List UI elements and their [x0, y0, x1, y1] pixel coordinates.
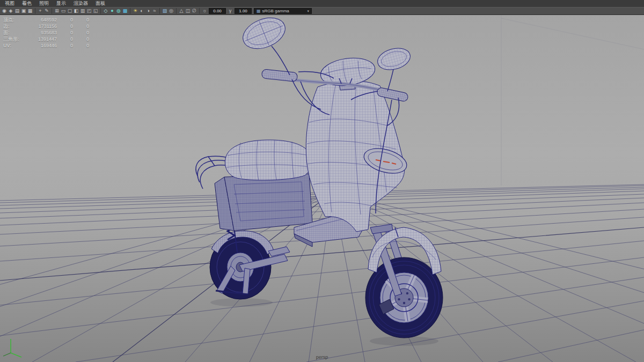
mirror-left — [238, 15, 290, 54]
hud-label: 面: — [3, 29, 27, 36]
depth-of-field-icon[interactable]: ◎ — [168, 8, 174, 14]
mirror-right — [375, 45, 413, 73]
hud-value: 169446 — [27, 42, 57, 49]
hud-value: 1391447 — [27, 36, 57, 42]
toolbar-separator — [130, 8, 130, 14]
menu-shading[interactable]: 着色 — [18, 0, 35, 7]
camera-name-label: persp — [0, 354, 644, 360]
hud-uvs: UV: 169446 0 0 — [3, 42, 89, 49]
hud-label: 边: — [3, 23, 27, 29]
shadows-icon[interactable]: ◐ — [138, 8, 145, 14]
panel-menu-bar: 视图 着色 照明 显示 渲染器 面板 — [0, 0, 644, 7]
isolate-select-icon[interactable]: △ — [178, 8, 185, 14]
camera-attributes-icon[interactable]: ▤ — [14, 8, 20, 14]
xray-icon[interactable]: ◫ — [185, 8, 191, 14]
resolution-gate-icon[interactable]: ▢ — [67, 8, 73, 14]
hud-triangles: 三角形: 1391447 0 0 — [3, 36, 89, 42]
hud-col3: 0 — [73, 23, 89, 29]
safe-action-icon[interactable]: ◰ — [86, 8, 92, 14]
toolbar-separator — [100, 8, 101, 14]
smooth-shade-icon[interactable]: ● — [109, 8, 115, 14]
exposure-icon[interactable]: ☼ — [201, 8, 208, 14]
textured-icon[interactable]: ▩ — [122, 8, 128, 14]
hud-col3: 0 — [73, 42, 89, 49]
hud-label: 顶点: — [3, 17, 27, 23]
hud-col3: 0 — [73, 36, 89, 42]
motion-blur-icon[interactable]: ≈ — [151, 8, 158, 14]
field-chart-icon[interactable]: ▥ — [79, 8, 86, 14]
menu-view[interactable]: 视图 — [1, 0, 18, 7]
gamma-field[interactable]: 1.00 — [235, 8, 252, 14]
ground-grid — [0, 184, 644, 362]
menu-panels[interactable]: 面板 — [92, 0, 109, 7]
toolbar-separator — [35, 8, 35, 14]
wireframe-on-shaded-icon[interactable]: ◍ — [115, 8, 122, 14]
gamma-icon[interactable]: γ — [227, 8, 233, 14]
hud-value: 935683 — [27, 29, 57, 36]
hud-col2: 0 — [57, 23, 73, 29]
hud-col2: 0 — [57, 42, 73, 49]
grid-toggle-icon[interactable]: ⊞ — [54, 8, 60, 14]
wireframe-icon[interactable]: ◇ — [103, 8, 109, 14]
view-transform-swatch-icon: ▦ — [257, 9, 261, 13]
toolbar-separator — [159, 8, 160, 14]
screen-space-ao-icon[interactable]: ◑ — [145, 8, 151, 14]
battery-box — [215, 174, 312, 231]
hud-col2: 0 — [57, 29, 73, 36]
scooter-model[interactable] — [196, 15, 443, 338]
chevron-down-icon: ▾ — [307, 9, 309, 13]
viewport[interactable]: 顶点: 648592 0 0 边: 1731156 0 0 面: 935683 … — [0, 15, 644, 362]
select-camera-icon[interactable]: ◉ — [1, 8, 8, 14]
bookmark-icon[interactable]: ▣ — [20, 8, 27, 14]
menu-show[interactable]: 显示 — [53, 0, 70, 7]
hud-col2: 0 — [57, 17, 73, 23]
hud-value: 1731156 — [27, 23, 57, 29]
far-grid-lines — [501, 15, 644, 186]
view-transform-value: sRGB gamma — [262, 9, 289, 13]
hud-value: 648592 — [27, 17, 57, 23]
gate-mask-icon[interactable]: ◧ — [73, 8, 79, 14]
hud-edges: 边: 1731156 0 0 — [3, 23, 89, 29]
film-gate-icon[interactable]: ▭ — [60, 8, 67, 14]
hud-faces: 面: 935683 0 0 — [3, 29, 89, 36]
seat-cushion — [225, 140, 311, 180]
mirror-stalk-right — [387, 67, 394, 91]
hud-col3: 0 — [73, 29, 89, 36]
viewport-canvas[interactable] — [0, 15, 644, 362]
grease-pencil-icon[interactable]: ✎ — [43, 8, 50, 14]
hud-col3: 0 — [73, 17, 89, 23]
view-transform-dropdown[interactable]: ▦ sRGB gamma ▾ — [254, 8, 312, 14]
hud-label: 三角形: — [3, 36, 27, 42]
antialiasing-icon[interactable]: ▨ — [162, 8, 168, 14]
hud-label: UV: — [3, 42, 27, 49]
maya-viewport-window: 视图 着色 照明 显示 渲染器 面板 ◉◈▤▣▦ +✎ ⊞▭▢◧▥◰◱ ◇●◍▩… — [0, 0, 644, 362]
menu-lighting[interactable]: 照明 — [35, 0, 53, 7]
use-all-lights-icon[interactable]: ☀ — [132, 8, 138, 14]
menu-renderer[interactable]: 渲染器 — [70, 0, 92, 7]
xray-joints-icon[interactable]: ∅ — [191, 8, 197, 14]
toolbar-separator — [52, 8, 52, 14]
toolbar-separator — [199, 8, 200, 14]
toolbar-separator — [176, 8, 177, 14]
poly-count-hud: 顶点: 648592 0 0 边: 1731156 0 0 面: 935683 … — [3, 17, 89, 49]
exposure-field[interactable]: 0.00 — [209, 8, 226, 14]
hud-vertices: 顶点: 648592 0 0 — [3, 17, 89, 23]
image-plane-icon[interactable]: ▦ — [27, 8, 33, 14]
panel-toolbar: ◉◈▤▣▦ +✎ ⊞▭▢◧▥◰◱ ◇●◍▩ ☀◐◑≈ ▨◎ △◫∅ ☼ 0.00… — [0, 7, 644, 15]
safe-title-icon[interactable]: ◱ — [92, 8, 99, 14]
pan-zoom-2d-icon[interactable]: + — [37, 8, 43, 14]
hud-col2: 0 — [57, 36, 73, 42]
lock-camera-icon[interactable]: ◈ — [8, 8, 14, 14]
